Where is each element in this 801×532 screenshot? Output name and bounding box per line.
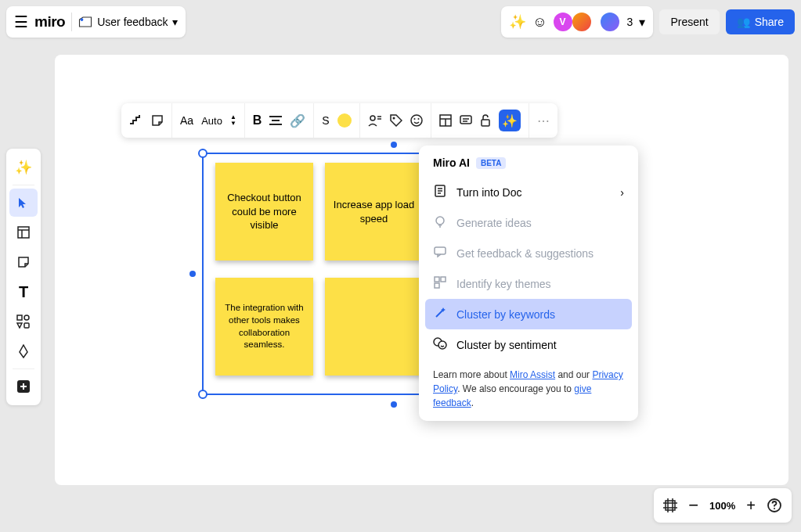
svg-point-14 — [392, 117, 395, 120]
shapes-tool[interactable] — [9, 307, 38, 336]
sentiment-icon — [433, 337, 447, 352]
divider — [71, 13, 72, 31]
ai-tool[interactable]: ✨ — [9, 153, 38, 182]
fit-icon[interactable] — [663, 498, 677, 512]
ai-item-generate-ideas[interactable]: Generate ideas — [419, 207, 638, 238]
color-picker[interactable] — [337, 113, 352, 128]
font-label[interactable]: Aa — [180, 114, 193, 127]
selection-handle-bottom[interactable] — [391, 401, 397, 408]
svg-point-15 — [411, 115, 422, 126]
ai-item-cluster-sentiment[interactable]: Cluster by sentiment — [419, 329, 638, 360]
sticky-text: The integration with other tools makes c… — [223, 302, 305, 350]
comment-icon[interactable] — [460, 114, 472, 127]
svg-rect-6 — [24, 323, 29, 328]
timer-icon[interactable]: ☺ — [532, 14, 547, 31]
ai-item-label: Identify key themes — [456, 278, 551, 290]
svg-rect-39 — [666, 501, 675, 510]
ai-menu-title: Miro AI — [433, 156, 470, 169]
layout-icon[interactable] — [439, 114, 452, 127]
chevron-down-icon: ▾ — [172, 16, 178, 28]
ai-menu: Miro AI BETA Turn into Doc › Generate id… — [419, 146, 638, 421]
sticky-text: Checkout button could be more visible — [223, 191, 305, 232]
selection-handle-top[interactable] — [391, 142, 397, 148]
sticky-text: Increase app load speed — [333, 198, 415, 225]
ai-menu-header: Miro AI BETA — [419, 156, 638, 177]
feedback-icon — [433, 246, 447, 261]
svg-rect-35 — [435, 283, 439, 288]
ai-item-get-feedback[interactable]: Get feedback & suggestions — [419, 238, 638, 268]
ai-item-turn-into-doc[interactable]: Turn into Doc › — [419, 177, 638, 207]
board-name-text: User feedback — [97, 16, 168, 28]
pen-tool[interactable] — [9, 337, 38, 365]
svg-point-17 — [417, 118, 419, 120]
help-icon[interactable] — [767, 498, 782, 513]
zoom-in-button[interactable]: + — [746, 497, 756, 515]
ai-sparkle-button[interactable]: ✨ — [499, 110, 521, 131]
avatar-user-1[interactable]: V — [554, 13, 572, 31]
selection-handle-left[interactable] — [189, 271, 196, 277]
sticky-note[interactable]: Increase app load speed — [325, 163, 423, 261]
sticky-note[interactable]: Checkout button could be more visible — [215, 163, 313, 261]
miro-logo[interactable]: miro — [34, 13, 65, 31]
stack-icon[interactable] — [129, 114, 143, 127]
sticky-shape-icon[interactable] — [151, 114, 164, 127]
svg-point-0 — [81, 18, 84, 21]
avatar-user-2[interactable] — [572, 13, 591, 31]
present-button[interactable]: Present — [659, 9, 719, 34]
avatar-user-3[interactable] — [601, 13, 619, 31]
template-tool[interactable] — [9, 218, 38, 246]
tag-icon[interactable] — [390, 114, 402, 127]
themes-icon — [433, 276, 447, 291]
auto-size[interactable]: Auto — [201, 115, 222, 127]
zoom-level[interactable]: 100% — [709, 500, 735, 512]
top-right: ✨ ☺ V 3 ▾ Present 👥 Share — [501, 6, 795, 38]
sticky-note[interactable] — [325, 278, 423, 376]
sticky-note[interactable]: The integration with other tools makes c… — [215, 278, 313, 376]
bold-button[interactable]: B — [253, 113, 262, 128]
share-label: Share — [755, 16, 784, 28]
lock-icon[interactable] — [480, 114, 491, 127]
chevron-right-icon: › — [620, 186, 624, 199]
beta-badge: BETA — [476, 157, 506, 169]
collaborators-chip: ✨ ☺ V 3 ▾ — [501, 6, 653, 38]
text-tool[interactable]: T — [9, 278, 38, 306]
text-size[interactable]: S — [322, 114, 329, 127]
align-button[interactable] — [269, 115, 282, 126]
board-name-dropdown[interactable]: User feedback ▾ — [78, 16, 178, 28]
svg-point-45 — [774, 508, 775, 509]
select-tool[interactable] — [9, 189, 38, 217]
top-left-chip: ☰ miro User feedback ▾ — [6, 6, 186, 38]
context-toolbar: Aa Auto ▲▼ B 🔗 S — [121, 103, 557, 138]
zoom-out-button[interactable]: − — [688, 495, 698, 516]
size-stepper[interactable]: ▲▼ — [230, 114, 236, 127]
share-button[interactable]: 👥 Share — [726, 9, 795, 34]
selection-handle-bl[interactable] — [198, 390, 207, 399]
sticky-tool[interactable] — [9, 248, 38, 276]
emoji-icon[interactable] — [410, 114, 423, 127]
left-toolbar: ✨ T — [6, 149, 41, 405]
zoom-controls: − 100% + — [654, 488, 792, 523]
selection-handle-tl[interactable] — [198, 149, 207, 158]
ai-item-cluster-keywords[interactable]: Cluster by keywords — [425, 299, 632, 329]
ai-icon[interactable]: ✨ — [509, 13, 526, 31]
user-count[interactable]: 3 — [627, 16, 633, 28]
top-bar: ☰ miro User feedback ▾ ✨ ☺ V 3 ▾ Present… — [6, 6, 795, 38]
svg-point-5 — [24, 315, 29, 320]
miro-assist-link[interactable]: Miro Assist — [510, 369, 555, 380]
author-icon[interactable] — [368, 114, 382, 127]
svg-rect-34 — [441, 277, 446, 282]
ai-item-label: Get feedback & suggestions — [456, 247, 594, 260]
people-icon: 👥 — [737, 16, 750, 28]
svg-rect-32 — [435, 247, 446, 254]
ai-item-identify-themes[interactable]: Identify key themes — [419, 268, 638, 299]
separator — [13, 185, 34, 185]
bulb-icon — [433, 215, 447, 230]
link-button[interactable]: 🔗 — [290, 113, 305, 128]
ai-item-label: Turn into Doc — [456, 186, 522, 199]
svg-point-16 — [413, 118, 415, 120]
more-options-icon[interactable]: ⋯ — [537, 113, 550, 128]
add-tool[interactable] — [9, 372, 38, 401]
chevron-down-icon[interactable]: ▾ — [639, 15, 645, 30]
menu-icon[interactable]: ☰ — [14, 13, 28, 31]
wand-icon — [433, 307, 447, 322]
